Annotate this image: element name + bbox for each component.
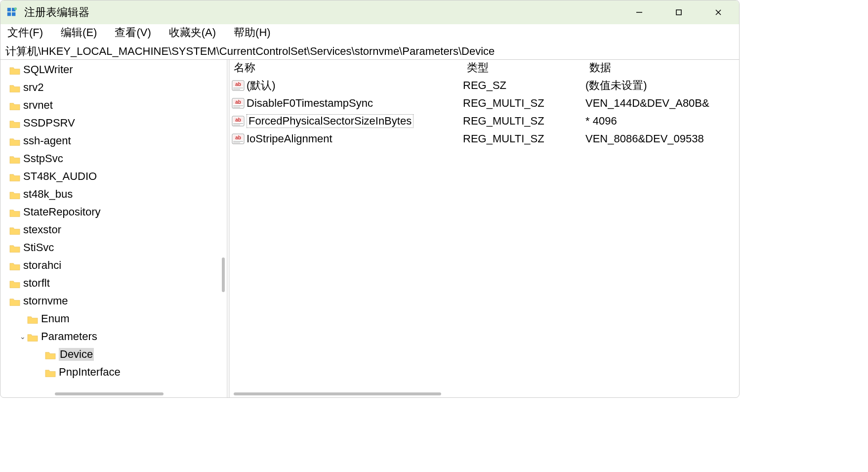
menu-edit[interactable]: 编辑(E) [59, 24, 99, 41]
tree-item-label: srvnet [23, 99, 53, 112]
value-name: ForcedPhysicalSectorSizeInBytes [247, 114, 413, 128]
svg-rect-2 [7, 12, 11, 16]
svg-rect-3 [12, 12, 15, 16]
tree-item-label: ssh-agent [23, 134, 71, 147]
tree-item-label: ST48K_AUDIO [23, 170, 97, 183]
tree-item[interactable]: storflt [0, 274, 227, 292]
value-type: REG_MULTI_SZ [463, 132, 585, 145]
tree-item[interactable]: Enum [0, 310, 227, 328]
value-row[interactable]: abForcedPhysicalSectorSizeInBytesREG_MUL… [230, 112, 739, 130]
string-value-icon: ab [232, 80, 245, 91]
window-title: 注册表编辑器 [24, 5, 632, 20]
folder-icon [9, 208, 20, 216]
value-data: (数值未设置) [585, 78, 739, 93]
tree-item[interactable]: ssh-agent [0, 132, 227, 150]
svg-text:ab: ab [235, 117, 241, 123]
value-row[interactable]: abIoStripeAlignmentREG_MULTI_SZVEN_8086&… [230, 130, 739, 148]
svg-rect-22 [233, 123, 243, 124]
tree-item[interactable]: SstpSvc [0, 150, 227, 168]
folder-icon [45, 350, 56, 359]
svg-rect-17 [233, 105, 243, 106]
menu-file[interactable]: 文件(F) [5, 24, 45, 41]
tree-item-label: SQLWriter [23, 63, 73, 76]
tree-item-label: Device [59, 348, 94, 361]
tree-item-label: Enum [41, 312, 69, 325]
title-bar: 注册表编辑器 [0, 0, 739, 24]
tree-item[interactable]: st48k_bus [0, 185, 227, 203]
tree-item[interactable]: stornvme [0, 292, 227, 310]
string-value-icon: ab [232, 98, 245, 109]
tree-item-label: StiSvc [23, 241, 54, 254]
menu-favorites[interactable]: 收藏夹(A) [167, 24, 218, 41]
value-data: VEN_8086&DEV_09538 [585, 132, 739, 145]
value-name: DisableF0TimestampSync [247, 97, 463, 110]
tree-item-label: stornvme [23, 295, 68, 307]
column-header-data[interactable]: 数据 [585, 60, 739, 75]
tree-item[interactable]: storahci [0, 257, 227, 274]
tree-item[interactable]: PnpInterface [0, 363, 227, 381]
tree-item[interactable]: stexstor [0, 221, 227, 239]
svg-rect-12 [233, 87, 243, 88]
svg-rect-13 [233, 89, 240, 90]
menu-help[interactable]: 帮助(H) [232, 24, 273, 41]
column-header-type[interactable]: 类型 [463, 60, 585, 75]
app-icon [6, 7, 17, 18]
value-row[interactable]: abDisableF0TimestampSyncREG_MULTI_SZVEN_… [230, 94, 739, 112]
tree-item-label: Parameters [41, 330, 97, 343]
value-row[interactable]: ab(默认)REG_SZ(数值未设置) [230, 77, 739, 94]
tree-item-label: storflt [23, 277, 50, 290]
tree-item[interactable]: SQLWriter [0, 61, 227, 79]
string-value-icon: ab [232, 116, 245, 127]
value-type: REG_MULTI_SZ [463, 97, 585, 110]
tree-item[interactable]: srv2 [0, 79, 227, 96]
tree-vertical-scrollbar[interactable] [220, 60, 227, 389]
value-type: REG_SZ [463, 79, 585, 92]
folder-icon [9, 279, 20, 288]
tree-item-label: srv2 [23, 81, 44, 94]
list-horizontal-scrollbar[interactable] [230, 390, 739, 397]
address-bar[interactable]: 计算机\HKEY_LOCAL_MACHINE\SYSTEM\CurrentCon… [0, 42, 739, 60]
tree-item-label: StateRepository [23, 206, 101, 218]
folder-icon [9, 172, 20, 181]
folder-icon [9, 136, 20, 145]
list-header: 名称 类型 数据 [230, 60, 739, 76]
tree-item[interactable]: SSDPSRV [0, 114, 227, 132]
svg-rect-23 [233, 125, 240, 126]
maximize-button[interactable] [672, 5, 686, 19]
tree-item-label: storahci [23, 259, 61, 272]
folder-icon [9, 154, 20, 163]
folder-icon [45, 368, 56, 377]
value-list-pane: 名称 类型 数据 ab(默认)REG_SZ(数值未设置)abDisableF0T… [230, 60, 739, 397]
tree-item[interactable]: ST48K_AUDIO [0, 168, 227, 185]
tree-item-label: PnpInterface [59, 366, 121, 379]
value-name: IoStripeAlignment [247, 132, 463, 145]
tree-item-label: st48k_bus [23, 188, 73, 201]
svg-rect-28 [233, 142, 240, 143]
minimize-button[interactable] [632, 5, 646, 19]
folder-icon [9, 190, 20, 199]
svg-rect-0 [7, 8, 11, 11]
column-header-name[interactable]: 名称 [230, 60, 463, 75]
tree-item[interactable]: ⌄Parameters [0, 328, 227, 345]
tree-item-label: SstpSvc [23, 152, 63, 165]
folder-icon [9, 119, 20, 128]
tree-item[interactable]: srvnet [0, 96, 227, 114]
svg-point-4 [14, 7, 17, 10]
svg-rect-27 [233, 141, 243, 142]
tree-item-label: stexstor [23, 223, 61, 236]
value-type: REG_MULTI_SZ [463, 115, 585, 128]
close-button[interactable] [711, 5, 725, 19]
value-name: (默认) [247, 78, 463, 93]
folder-icon [27, 332, 38, 341]
tree-item[interactable]: Device [0, 345, 227, 363]
menu-view[interactable]: 查看(V) [113, 24, 153, 41]
tree-item[interactable]: StateRepository [0, 203, 227, 221]
folder-icon [27, 314, 38, 323]
tree-item[interactable]: StiSvc [0, 239, 227, 257]
expander-icon[interactable]: ⌄ [19, 333, 26, 341]
string-value-icon: ab [232, 133, 245, 144]
tree-item-label: SSDPSRV [23, 117, 75, 129]
folder-icon [9, 101, 20, 110]
svg-text:ab: ab [235, 135, 241, 140]
tree-horizontal-scrollbar[interactable] [0, 390, 220, 397]
